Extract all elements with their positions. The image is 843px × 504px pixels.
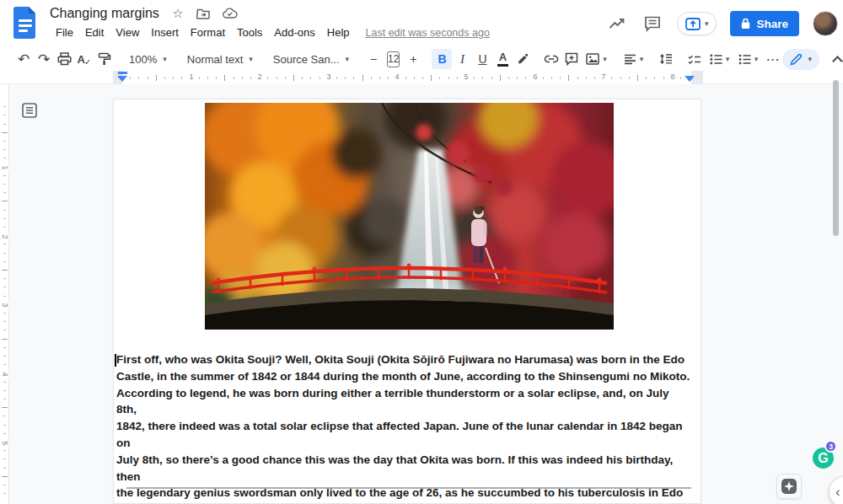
checklist-button[interactable]: [685, 49, 705, 69]
zoom-select[interactable]: 100%▾: [123, 49, 173, 69]
vertical-scrollbar[interactable]: [833, 80, 839, 236]
grammarly-badge: 3: [824, 440, 837, 453]
right-indent-marker[interactable]: [685, 76, 695, 82]
more-options-button[interactable]: ⋯: [762, 49, 782, 69]
top-right-actions: ▾ Share: [606, 7, 838, 40]
font-caret-icon: ▾: [346, 56, 350, 63]
ruler-number: 1: [186, 72, 196, 82]
style-caret-icon: ▾: [249, 56, 253, 63]
top-bar: Changing margins ☆ File Edit View Insert…: [0, 0, 843, 47]
comment-history-icon[interactable]: [642, 13, 663, 35]
numbered-list-button[interactable]: ▾: [733, 49, 762, 69]
lock-icon: [741, 18, 750, 29]
star-icon[interactable]: ☆: [170, 6, 185, 21]
vertical-ruler-number: 3: [1, 301, 9, 310]
menu-insert[interactable]: Insert: [145, 24, 185, 41]
bulleted-list-caret-icon: ▾: [726, 56, 730, 63]
vertical-ruler-number: 2: [1, 233, 9, 242]
italic-button[interactable]: I: [452, 49, 472, 69]
editing-mode-caret-icon: ▾: [808, 56, 812, 63]
zoom-caret-icon: ▾: [163, 56, 167, 63]
insert-image-button[interactable]: ▾: [582, 49, 610, 69]
menu-format[interactable]: Format: [185, 24, 231, 41]
ruler-number: 3: [324, 72, 333, 82]
menu-view[interactable]: View: [110, 24, 145, 41]
print-button[interactable]: [54, 49, 74, 69]
document-title[interactable]: Changing margins: [50, 6, 159, 21]
menu-help[interactable]: Help: [321, 24, 356, 41]
cloud-saved-icon[interactable]: [223, 6, 238, 21]
present-caret-icon: ▾: [705, 20, 709, 28]
first-line-indent-marker[interactable]: [118, 72, 127, 74]
font-select[interactable]: Source San...▾: [267, 49, 355, 69]
menu-file[interactable]: File: [50, 24, 79, 41]
ruler-number: 5: [461, 72, 470, 82]
vertical-ruler-number: 5: [1, 439, 9, 448]
left-indent-marker[interactable]: [117, 76, 127, 82]
vertical-ruler-number: 4: [1, 370, 9, 379]
image-caret-icon: ▾: [603, 56, 607, 63]
highlight-color-button[interactable]: [513, 49, 533, 69]
insert-link-button[interactable]: [541, 49, 561, 69]
ruler-number: 7: [599, 72, 608, 82]
collapse-toolbar-button[interactable]: [828, 49, 843, 69]
vertical-ruler[interactable]: 1 2 3 4 5: [0, 84, 9, 504]
move-to-folder-icon[interactable]: [196, 6, 212, 21]
ruler-number: 4: [392, 72, 401, 82]
ruler-number: 6: [530, 72, 540, 82]
font-size-input[interactable]: 12: [387, 51, 400, 67]
text-line: July 8th, so there’s a good chance this …: [116, 452, 692, 485]
text-color-button[interactable]: A: [492, 49, 513, 69]
share-label: Share: [756, 18, 788, 30]
align-caret-icon: ▾: [640, 56, 644, 63]
horizontal-rule: [126, 487, 691, 489]
menu-bar: File Edit View Insert Format Tools Add-o…: [50, 24, 490, 41]
editing-mode-button[interactable]: ▾: [782, 49, 819, 70]
align-button[interactable]: ▾: [619, 49, 647, 69]
decrease-font-size-button[interactable]: −: [363, 49, 384, 69]
pencil-icon: [790, 53, 803, 66]
explore-button[interactable]: [776, 474, 802, 499]
increase-font-size-button[interactable]: +: [403, 49, 423, 69]
vertical-ruler-half-ticks: [2, 99, 8, 495]
spell-check-button[interactable]: A✓: [74, 49, 94, 69]
text-style-select[interactable]: Normal text▾: [181, 49, 259, 69]
underline-button[interactable]: U: [472, 49, 492, 69]
menu-edit[interactable]: Edit: [79, 24, 110, 41]
bold-button[interactable]: B: [432, 49, 452, 69]
numbered-list-caret-icon: ▾: [754, 56, 759, 63]
redo-button[interactable]: ↷: [34, 49, 54, 69]
chevron-up-icon: [833, 56, 843, 67]
present-icon: [685, 18, 701, 30]
menu-addons[interactable]: Add-ons: [268, 24, 320, 41]
explore-icon: [781, 479, 797, 494]
document-page[interactable]: First off, who was Okita Souji? Well, Ok…: [113, 99, 701, 504]
undo-button[interactable]: ↶: [13, 49, 34, 69]
chevron-left-icon: ‹: [835, 484, 840, 501]
vertical-ruler-number: 1: [1, 164, 9, 173]
line-spacing-button[interactable]: [656, 49, 676, 69]
text-line: 1842, there indeed was a total solar ecl…: [116, 418, 692, 452]
paint-format-button[interactable]: [94, 49, 115, 69]
text-line: Castle, in the summer of 1842 or 1844 du…: [116, 368, 692, 385]
last-edit-status[interactable]: Last edit was seconds ago: [366, 27, 490, 39]
horizontal-ruler[interactable]: 1 2 3 4 5 6 7 8: [0, 71, 843, 84]
text-line: First off, who was Okita Souji? Well, Ok…: [116, 351, 692, 368]
document-stats-icon[interactable]: [606, 13, 628, 35]
body-text[interactable]: First off, who was Okita Souji? Well, Ok…: [116, 351, 692, 504]
google-docs-logo-icon[interactable]: [13, 6, 38, 40]
ruler-number: 2: [255, 72, 264, 82]
menu-tools[interactable]: Tools: [231, 24, 268, 41]
title-area: Changing margins ☆ File Edit View Insert…: [50, 4, 490, 41]
format-toolbar: ↶ ↷ A✓ 100%▾ Normal text▾ Source San...▾…: [0, 47, 843, 71]
ruler-number: 8: [668, 72, 677, 82]
show-document-outline-button[interactable]: [21, 102, 38, 119]
inline-image-autumn-bridge[interactable]: [205, 103, 614, 330]
share-button[interactable]: Share: [730, 11, 799, 36]
text-line: According to legend, he was born during …: [116, 385, 692, 419]
document-canvas: First off, who was Okita Souji? Well, Ok…: [0, 84, 843, 504]
present-button[interactable]: ▾: [677, 12, 717, 35]
account-avatar[interactable]: [813, 11, 838, 36]
add-comment-button[interactable]: [561, 49, 582, 69]
bulleted-list-button[interactable]: ▾: [705, 49, 733, 69]
